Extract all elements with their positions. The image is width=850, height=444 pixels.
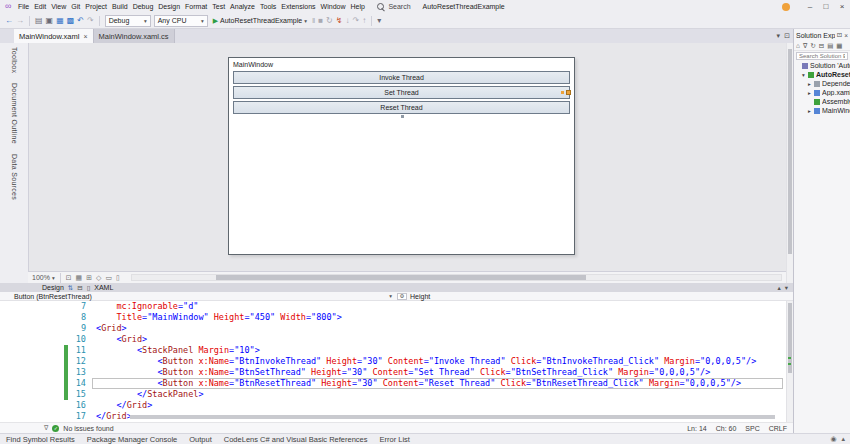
designer-button-set-thread[interactable]: Set Thread [233,86,570,99]
filter-icon[interactable]: ∇ [44,424,48,432]
xaml-pane-label[interactable]: XAML [94,284,113,291]
menu-item-edit[interactable]: Edit [32,3,49,10]
menu-item-project[interactable]: Project [83,3,110,10]
menu-item-build[interactable]: Build [110,3,131,10]
design-xaml-splitter[interactable]: Design ⇅ ⊟ ▯ XAML ▴ ▾ [0,283,793,292]
collapse-all-icon[interactable]: ⊟ [819,42,824,50]
dock-icon[interactable]: ⊡ [837,31,842,39]
navigate-forward-icon[interactable]: → [16,17,24,25]
tab-mainwindow-xaml-cs[interactable]: MainWindow.xaml.cs [94,29,175,43]
wpf-window-preview[interactable]: MainWindow Invoke ThreadSet ThreadReset … [228,57,575,255]
tab-list-icon[interactable]: ⊡ [784,32,790,40]
menu-item-format[interactable]: Format [183,3,210,10]
editor-horizontal-scrollbar[interactable] [130,415,775,419]
property-dropdown[interactable]: ⚙ Height [397,293,430,300]
line-indicator[interactable]: Ln: 14 [687,425,706,432]
vertical-split-icon[interactable]: ▯ [87,284,91,292]
code-editor[interactable]: 7 mc:Ignorable="d"8 Title="MainWindow" H… [0,301,786,422]
filter-icon[interactable]: ∇ [803,42,807,50]
designer-button-reset-thread[interactable]: Reset Thread [233,101,570,114]
code-line-14[interactable]: 14 <Button x:Name="BtnResetThread" Heigh… [0,378,786,389]
code-line-13[interactable]: 13 <Button x:Name="BtnSetThread" Height=… [0,367,786,378]
save-icon[interactable]: ▦ [56,17,64,25]
scrollbar-thumb[interactable] [216,275,586,280]
undo-icon[interactable]: ↶ [77,17,84,25]
code-line-8[interactable]: 8 Title="MainWindow" Height="450" Width=… [0,312,786,323]
side-tab-document-outline[interactable]: Document Outline [11,83,18,144]
tree-item-autoresetthreadexample[interactable]: ▾AutoResetThreadExample [794,70,850,79]
feedback-icon[interactable]: ▴ [841,435,845,443]
menu-item-design[interactable]: Design [156,3,183,10]
solution-configuration-dropdown[interactable]: Debug ▾ [105,15,151,27]
menu-item-debug[interactable]: Debug [130,3,156,10]
tree-item-mainwindow-xaml[interactable]: ▸MainWindow.xaml [794,106,850,115]
tab-mainwindow-xaml[interactable]: MainWindow.xaml× [14,29,94,43]
tree-item-dependencies[interactable]: ▸Dependencies [794,79,850,88]
menu-item-view[interactable]: View [49,3,69,10]
sync-with-active-document-icon[interactable]: ↻ [810,42,815,50]
spaces-indicator[interactable]: SPC [745,425,759,432]
menu-item-help[interactable]: Help [348,3,367,10]
menu-item-git[interactable]: Git [69,3,83,10]
menu-item-analyze[interactable]: Analyze [228,3,258,10]
designer-horizontal-scrollbar[interactable] [131,274,782,281]
swap-panes-icon[interactable]: ⇅ [68,284,73,292]
code-line-10[interactable]: 10 <Grid> [0,334,786,345]
horizontal-split-icon[interactable]: ⊟ [77,284,82,292]
column-indicator[interactable]: Ch: 60 [716,425,737,432]
menu-item-window[interactable]: Window [318,3,348,10]
code-line-11[interactable]: 11 <StackPanel Margin="10"> [0,345,786,356]
home-icon[interactable]: ⌂ [796,42,800,49]
code-line-7[interactable]: 7 mc:Ignorable="d" [0,301,786,312]
scrollbar-thumb[interactable] [788,49,792,254]
zoom-dropdown[interactable]: 100% ▾ [32,274,55,281]
save-all-icon[interactable]: ▩ [67,17,75,25]
project-code-icon[interactable]: ▯ [116,274,120,282]
code-line-15[interactable]: 15 </StackPanel> [0,389,786,400]
design-pane-label[interactable]: Design [42,284,64,291]
close-panel-icon[interactable]: × [844,32,848,39]
tree-item-solution-autoresetthreadexample[interactable]: Solution 'AutoResetThreadExample' [794,61,850,70]
designer-canvas[interactable]: MainWindow Invoke ThreadSet ThreadReset … [28,43,786,271]
menu-item-file[interactable]: File [15,3,31,10]
new-file-icon[interactable]: ▤ [35,17,43,25]
quick-search[interactable]: Search [377,3,410,11]
menu-item-test[interactable]: Test [210,3,228,10]
code-line-16[interactable]: 16 </Grid> [0,400,786,411]
panel-tab-package-manager-console[interactable]: Package Manager Console [81,435,183,444]
document-health-icon[interactable]: ✓ [52,425,59,432]
menu-item-tools[interactable]: Tools [258,3,279,10]
panel-tab-error-list[interactable]: Error List [373,435,415,444]
panel-tab-find-symbol-results[interactable]: Find Symbol Results [0,435,81,444]
line-ending-indicator[interactable]: CRLF [769,425,787,432]
panel-tab-output[interactable]: Output [183,435,218,444]
element-dropdown[interactable]: Button (BtnResetThread) ▾ [14,293,392,300]
toolbar-options-chevron-icon[interactable]: ▾ [377,17,381,25]
health-status-label[interactable]: No issues found [63,425,113,432]
minimize-button[interactable]: – [802,2,818,11]
panel-tab-codelens-c-and-visual-basic-references[interactable]: CodeLens C# and Visual Basic References [218,435,374,444]
collapse-pane-icon[interactable]: ▴ [777,284,780,292]
hot-reload-icon[interactable]: ↯ [336,17,343,25]
properties-icon[interactable]: ▤ [827,42,833,50]
side-tab-data-sources[interactable]: Data Sources [11,154,18,200]
snaplines-icon[interactable]: ◇ [96,274,101,282]
start-debugging-button[interactable]: ▶ AutoResetThreadExample ▾ [211,17,309,25]
designer-vertical-scrollbar[interactable] [786,43,793,283]
user-avatar[interactable] [782,3,790,11]
show-grid-icon[interactable]: ▦ [76,274,83,282]
tree-item-app-xaml[interactable]: ▸App.xaml [794,88,850,97]
tree-item-assemblyinfo-cs[interactable]: AssemblyInfo.cs [794,97,850,106]
menu-item-extensions[interactable]: Extensions [279,3,318,10]
snap-to-grid-icon[interactable]: ⊞ [86,274,92,282]
notifications-bell-icon[interactable]: ◉ [830,435,836,443]
fit-selection-icon[interactable]: ⊡ [66,274,72,282]
close-button[interactable]: × [834,2,850,11]
close-tab-icon[interactable]: × [83,33,87,40]
solution-search-input[interactable] [796,52,848,60]
maximize-button[interactable]: □ [818,2,834,11]
redo-icon[interactable]: ↷ [87,17,94,25]
expand-pane-icon[interactable]: ▾ [785,284,788,292]
side-tab-toolbox[interactable]: Toolbox [11,47,18,73]
editor-vertical-scrollbar[interactable] [786,301,793,422]
